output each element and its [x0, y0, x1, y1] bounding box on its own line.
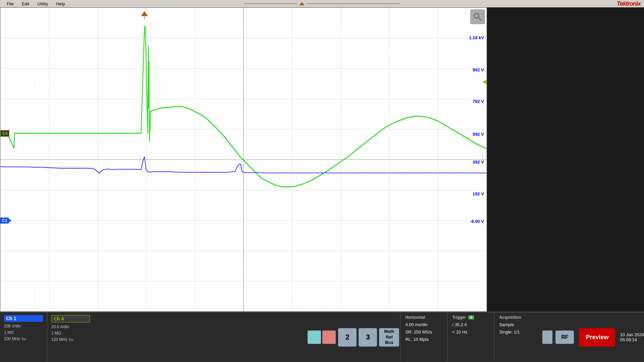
horizontal-rl: RL: 10 Mpts — [405, 336, 442, 343]
ch1-detail: 200 V/div 1 MΩ 200 MHz Bw — [4, 323, 43, 343]
right-edge-dots: ⋮ — [479, 154, 486, 158]
utility-menu[interactable]: Utility — [33, 1, 52, 7]
svg-line-6 — [479, 18, 482, 21]
volt-label-5: 392 V — [473, 160, 484, 165]
trigger-section: Trigger 4 / 35.2 A < 10 Hz — [447, 312, 494, 362]
date-display: 10 Jan 2024 — [620, 332, 644, 337]
cyan-swatch[interactable] — [308, 330, 321, 344]
magnifier-icon — [473, 12, 482, 21]
edit-menu[interactable]: Edit — [18, 1, 33, 7]
acquisition-mode: Sample — [499, 321, 536, 328]
help-menu[interactable]: Help — [52, 1, 69, 7]
scope-wrapper: C4 C1 1.19 kV 992 V 792 V 592 V 392 V 19… — [0, 7, 644, 319]
scope-screen-container: C4 C1 1.19 kV 992 V 792 V 592 V 392 V 19… — [0, 7, 487, 319]
volt-label-1: 1.19 kV — [469, 35, 484, 40]
trigger-badge: 4 — [468, 315, 474, 319]
horizontal-section: Horizontal 4.00 ms/div SR: 250 MS/s RL: … — [400, 312, 447, 362]
tektronix-logo: Tektronix — [617, 0, 641, 7]
date-time-display: 10 Jan 2024 05:09:14 — [620, 312, 644, 362]
zoom-icon[interactable] — [470, 9, 485, 24]
waveform-display — [0, 8, 487, 311]
trigger-position-indicator — [244, 2, 400, 5]
horizontal-title: Horizontal — [405, 315, 442, 320]
trigger-title: Trigger 4 — [452, 315, 489, 320]
pink-swatch[interactable] — [322, 330, 336, 344]
svg-point-5 — [474, 13, 479, 18]
volt-label-6: 192 V — [473, 191, 484, 196]
color-swatches — [308, 312, 336, 362]
ch4-info: Ch 4 20.0 A/div 1 MΩ 120 MHz Bw — [47, 312, 94, 362]
ch4-channel-marker[interactable]: C4 — [0, 130, 9, 137]
volt-label-7: -8.00 V — [470, 219, 484, 224]
ch4-detail: 20.0 A/div 1 MΩ 120 MHz Bw — [51, 324, 90, 343]
file-menu[interactable]: File — [3, 1, 18, 7]
ch1-channel-marker[interactable]: C1 — [0, 218, 11, 224]
rf-button[interactable]: RF — [555, 330, 574, 344]
math-ref-bus-button[interactable]: Math Ref Bus — [379, 328, 399, 347]
preview-button[interactable]: Preview — [579, 328, 615, 347]
volt-label-3: 792 V — [473, 99, 484, 104]
volt-label-2: 992 V — [473, 67, 484, 72]
ch4-title[interactable]: Ch 4 — [51, 315, 90, 322]
time-display: 05:09:14 — [620, 337, 637, 342]
acquisition-title: Acquisition — [499, 315, 536, 320]
thin-swatch[interactable] — [542, 330, 552, 344]
bottom-panel: Ch 1 200 V/div 1 MΩ 200 MHz Bw Ch 4 20.0… — [0, 312, 644, 362]
trigger-freq: < 10 Hz — [452, 328, 489, 336]
menu-bar: File Edit Utility Help Tektronix — [0, 0, 644, 7]
acquisition-section: Acquisition Sample Single: 1/1 — [494, 312, 541, 362]
button-3[interactable]: 3 — [359, 328, 377, 347]
scope-screen: C4 C1 1.19 kV 992 V 792 V 592 V 392 V 19… — [0, 7, 487, 312]
horizontal-sr: SR: 250 MS/s — [405, 328, 442, 336]
trigger-slope-value: / 35.2 A — [452, 321, 489, 328]
button-2[interactable]: 2 — [338, 328, 357, 347]
ch1-title[interactable]: Ch 1 — [4, 315, 43, 322]
horizontal-time-div: 4.00 ms/div — [405, 321, 442, 328]
acquisition-single: Single: 1/1 — [499, 328, 536, 336]
ch1-info: Ch 1 200 V/div 1 MΩ 200 MHz Bw — [0, 312, 47, 362]
volt-label-4: 592 V — [473, 132, 484, 137]
